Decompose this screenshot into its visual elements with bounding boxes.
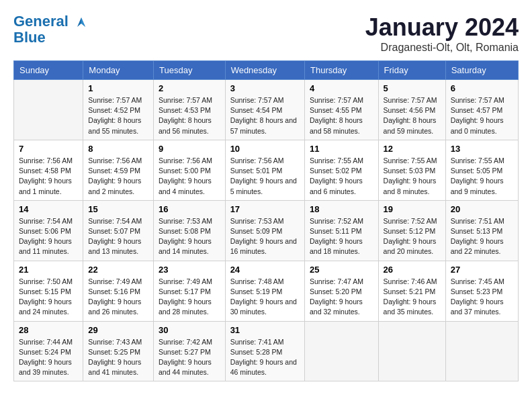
weekday-header-monday: Monday: [83, 61, 154, 80]
weekday-header-tuesday: Tuesday: [154, 61, 226, 80]
day-number: 31: [230, 325, 300, 335]
day-number: 23: [159, 265, 220, 275]
day-info: Sunrise: 7:54 AMSunset: 5:06 PMDaylight:…: [19, 216, 78, 257]
calendar-cell: 13Sunrise: 7:55 AMSunset: 5:05 PMDayligh…: [445, 140, 518, 200]
day-info: Sunrise: 7:54 AMSunset: 5:07 PMDaylight:…: [88, 216, 148, 257]
title-block: January 2024 Draganesti-Olt, Olt, Romani…: [365, 13, 519, 54]
day-number: 30: [159, 325, 220, 335]
day-info: Sunrise: 7:57 AMSunset: 4:55 PMDaylight:…: [310, 95, 373, 136]
week-row-1: 1Sunrise: 7:57 AMSunset: 4:52 PMDaylight…: [14, 80, 519, 140]
calendar-cell: 20Sunrise: 7:51 AMSunset: 5:13 PMDayligh…: [445, 200, 518, 261]
week-row-2: 7Sunrise: 7:56 AMSunset: 4:58 PMDaylight…: [14, 140, 519, 200]
calendar-cell: 12Sunrise: 7:55 AMSunset: 5:03 PMDayligh…: [378, 140, 445, 200]
day-info: Sunrise: 7:57 AMSunset: 4:57 PMDaylight:…: [451, 95, 513, 136]
calendar-cell: 8Sunrise: 7:56 AMSunset: 4:59 PMDaylight…: [83, 140, 154, 200]
day-number: 11: [310, 144, 373, 154]
weekday-header-wednesday: Wednesday: [225, 61, 304, 80]
day-info: Sunrise: 7:52 AMSunset: 5:11 PMDaylight:…: [310, 216, 373, 257]
day-number: 28: [19, 325, 78, 335]
logo-icon: [74, 15, 89, 30]
logo-text: General Blue: [13, 13, 89, 46]
day-number: 4: [310, 83, 373, 93]
calendar-cell: 17Sunrise: 7:53 AMSunset: 5:09 PMDayligh…: [225, 200, 304, 261]
weekday-header-sunday: Sunday: [14, 61, 83, 80]
calendar-cell: 7Sunrise: 7:56 AMSunset: 4:58 PMDaylight…: [14, 140, 83, 200]
page-header: General Blue January 2024 Draganesti-Olt…: [13, 13, 519, 54]
day-number: 19: [384, 204, 441, 214]
calendar-cell: 22Sunrise: 7:49 AMSunset: 5:16 PMDayligh…: [83, 261, 154, 321]
day-number: 14: [19, 204, 78, 214]
day-number: 16: [159, 204, 220, 214]
day-number: 10: [230, 144, 300, 154]
day-info: Sunrise: 7:41 AMSunset: 5:28 PMDaylight:…: [230, 337, 300, 378]
week-row-3: 14Sunrise: 7:54 AMSunset: 5:06 PMDayligh…: [14, 200, 519, 261]
calendar-cell: 21Sunrise: 7:50 AMSunset: 5:15 PMDayligh…: [14, 261, 83, 321]
day-number: 22: [88, 265, 148, 275]
day-info: Sunrise: 7:48 AMSunset: 5:19 PMDaylight:…: [230, 277, 300, 318]
calendar-cell: 29Sunrise: 7:43 AMSunset: 5:25 PMDayligh…: [83, 321, 154, 381]
day-number: 6: [451, 83, 513, 93]
day-info: Sunrise: 7:57 AMSunset: 4:54 PMDaylight:…: [230, 95, 300, 136]
day-number: 20: [451, 204, 513, 214]
day-number: 29: [88, 325, 148, 335]
calendar-cell: 23Sunrise: 7:49 AMSunset: 5:17 PMDayligh…: [154, 261, 226, 321]
calendar-cell: [378, 321, 445, 381]
calendar-cell: 10Sunrise: 7:56 AMSunset: 5:01 PMDayligh…: [225, 140, 304, 200]
calendar-cell: 25Sunrise: 7:47 AMSunset: 5:20 PMDayligh…: [304, 261, 378, 321]
day-number: 21: [19, 265, 78, 275]
calendar-cell: 6Sunrise: 7:57 AMSunset: 4:57 PMDaylight…: [445, 80, 518, 140]
svg-marker-1: [81, 17, 85, 27]
day-info: Sunrise: 7:56 AMSunset: 4:59 PMDaylight:…: [88, 156, 148, 197]
month-title: January 2024: [365, 13, 519, 42]
calendar-cell: 1Sunrise: 7:57 AMSunset: 4:52 PMDaylight…: [83, 80, 154, 140]
day-info: Sunrise: 7:55 AMSunset: 5:05 PMDaylight:…: [451, 156, 513, 197]
calendar-cell: 3Sunrise: 7:57 AMSunset: 4:54 PMDaylight…: [225, 80, 304, 140]
day-number: 26: [384, 265, 441, 275]
calendar-cell: 19Sunrise: 7:52 AMSunset: 5:12 PMDayligh…: [378, 200, 445, 261]
location: Draganesti-Olt, Olt, Romania: [365, 42, 519, 54]
calendar-cell: 4Sunrise: 7:57 AMSunset: 4:55 PMDaylight…: [304, 80, 378, 140]
day-info: Sunrise: 7:46 AMSunset: 5:21 PMDaylight:…: [384, 277, 441, 318]
logo: General Blue: [13, 13, 89, 46]
day-number: 25: [310, 265, 373, 275]
day-number: 2: [159, 83, 220, 93]
weekday-header-row: SundayMondayTuesdayWednesdayThursdayFrid…: [14, 61, 519, 80]
day-number: 5: [384, 83, 441, 93]
day-number: 17: [230, 204, 300, 214]
day-info: Sunrise: 7:53 AMSunset: 5:08 PMDaylight:…: [159, 216, 220, 257]
calendar-cell: 27Sunrise: 7:45 AMSunset: 5:23 PMDayligh…: [445, 261, 518, 321]
day-info: Sunrise: 7:56 AMSunset: 5:01 PMDaylight:…: [230, 156, 300, 197]
day-info: Sunrise: 7:44 AMSunset: 5:24 PMDaylight:…: [19, 337, 78, 378]
calendar-cell: 18Sunrise: 7:52 AMSunset: 5:11 PMDayligh…: [304, 200, 378, 261]
calendar-cell: 5Sunrise: 7:57 AMSunset: 4:56 PMDaylight…: [378, 80, 445, 140]
calendar-cell: 16Sunrise: 7:53 AMSunset: 5:08 PMDayligh…: [154, 200, 226, 261]
day-info: Sunrise: 7:53 AMSunset: 5:09 PMDaylight:…: [230, 216, 300, 257]
weekday-header-thursday: Thursday: [304, 61, 378, 80]
day-number: 7: [19, 144, 78, 154]
week-row-4: 21Sunrise: 7:50 AMSunset: 5:15 PMDayligh…: [14, 261, 519, 321]
calendar-cell: 11Sunrise: 7:55 AMSunset: 5:02 PMDayligh…: [304, 140, 378, 200]
calendar-table: SundayMondayTuesdayWednesdayThursdayFrid…: [13, 60, 519, 381]
calendar-cell: [304, 321, 378, 381]
day-info: Sunrise: 7:47 AMSunset: 5:20 PMDaylight:…: [310, 277, 373, 318]
calendar-cell: 2Sunrise: 7:57 AMSunset: 4:53 PMDaylight…: [154, 80, 226, 140]
day-number: 3: [230, 83, 300, 93]
day-info: Sunrise: 7:42 AMSunset: 5:27 PMDaylight:…: [159, 337, 220, 378]
day-info: Sunrise: 7:49 AMSunset: 5:16 PMDaylight:…: [88, 277, 148, 318]
day-info: Sunrise: 7:57 AMSunset: 4:52 PMDaylight:…: [88, 95, 148, 136]
calendar-cell: 14Sunrise: 7:54 AMSunset: 5:06 PMDayligh…: [14, 200, 83, 261]
calendar-cell: 28Sunrise: 7:44 AMSunset: 5:24 PMDayligh…: [14, 321, 83, 381]
day-info: Sunrise: 7:55 AMSunset: 5:02 PMDaylight:…: [310, 156, 373, 197]
calendar-cell: 9Sunrise: 7:56 AMSunset: 5:00 PMDaylight…: [154, 140, 226, 200]
calendar-cell: 30Sunrise: 7:42 AMSunset: 5:27 PMDayligh…: [154, 321, 226, 381]
day-number: 13: [451, 144, 513, 154]
day-info: Sunrise: 7:56 AMSunset: 4:58 PMDaylight:…: [19, 156, 78, 197]
day-number: 8: [88, 144, 148, 154]
day-info: Sunrise: 7:57 AMSunset: 4:56 PMDaylight:…: [384, 95, 441, 136]
calendar-cell: 15Sunrise: 7:54 AMSunset: 5:07 PMDayligh…: [83, 200, 154, 261]
day-info: Sunrise: 7:57 AMSunset: 4:53 PMDaylight:…: [159, 95, 220, 136]
day-info: Sunrise: 7:52 AMSunset: 5:12 PMDaylight:…: [384, 216, 441, 257]
day-number: 12: [384, 144, 441, 154]
day-number: 24: [230, 265, 300, 275]
calendar-cell: 31Sunrise: 7:41 AMSunset: 5:28 PMDayligh…: [225, 321, 304, 381]
